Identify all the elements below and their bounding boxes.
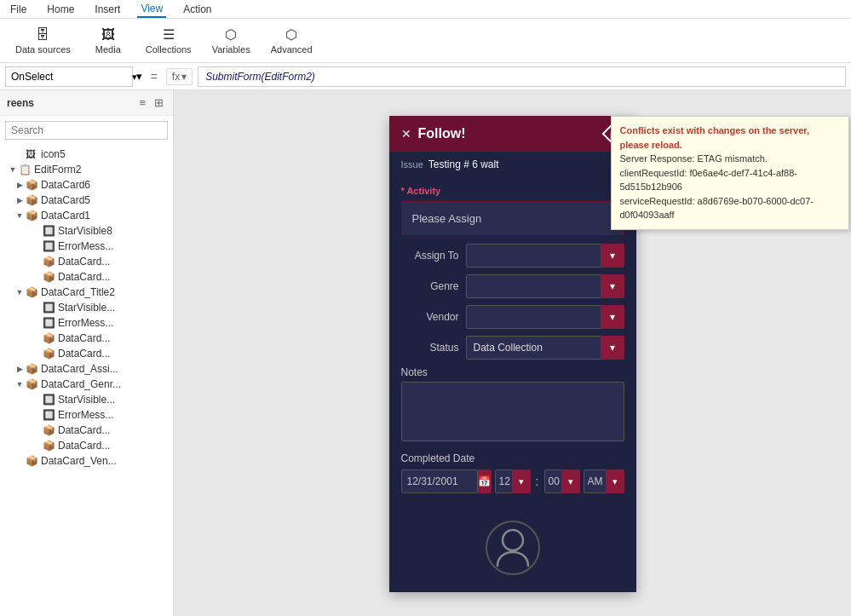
vendor-select[interactable] (466, 305, 624, 329)
control-icon: 🔲 (43, 317, 56, 329)
date-input[interactable] (401, 469, 478, 493)
genre-select-wrap: ▾ (466, 274, 624, 298)
tree-item-datacard-b[interactable]: 📦 DataCard... (0, 269, 173, 285)
tree-label: DataCard_Genr... (41, 378, 121, 390)
genre-select[interactable] (466, 274, 624, 298)
tree-item-starvisible8[interactable]: 🔲 StarVisible8 (0, 223, 173, 239)
list-view-icon[interactable]: ≡ (136, 95, 148, 110)
card-icon: 📦 (26, 455, 39, 467)
tree-label: DataCard_Title2 (41, 286, 115, 298)
tree-item-errormess-g[interactable]: 🔲 ErrorMess... (0, 407, 173, 423)
menu-insert[interactable]: Insert (91, 2, 124, 17)
tree-item-datacard-title2[interactable]: ▼ 📦 DataCard_Title2 (0, 285, 173, 300)
toolbar-variables[interactable]: ⬡ Variables (204, 22, 259, 60)
assign-to-select-wrap: ▾ (466, 244, 624, 268)
tree-item-datacard5[interactable]: ▶ 📦 DataCard5 (0, 193, 173, 208)
conflict-line2: Server Response: ETAG mismatch. (620, 152, 840, 166)
calendar-button[interactable]: 📅 (478, 469, 492, 493)
ampm-select[interactable]: AM PM (584, 469, 624, 493)
menu-home[interactable]: Home (43, 2, 78, 17)
tree-item-icon5[interactable]: 🖼 icon5 (0, 147, 173, 162)
notes-textarea[interactable] (401, 382, 624, 441)
tree-label: DataCard6 (41, 179, 90, 191)
search-input[interactable] (11, 124, 162, 136)
tree: 🖼 icon5 ▼ 📋 EditForm2 ▶ 📦 DataCard6 ▶ 📦 … (0, 145, 173, 616)
card-icon: 📦 (26, 378, 39, 390)
status-label: Status (401, 342, 459, 354)
card-icon: 📦 (43, 348, 56, 360)
sidebar-header: reens ≡ ⊞ (0, 90, 173, 116)
app-header: ✕ Follow! ◇ Conflicts exist with changes… (389, 116, 636, 152)
toolbar-media[interactable]: 🖼 Media (83, 22, 134, 60)
main-area: reens ≡ ⊞ 🖼 icon5 ▼ 📋 EditForm2 ▶ 📦 (0, 90, 851, 616)
please-assign-box[interactable]: Please Assign (401, 201, 624, 235)
menu-file[interactable]: File (7, 2, 30, 17)
tree-label: DataCard... (58, 440, 110, 452)
hour-select[interactable]: 12 (495, 469, 531, 493)
grid-view-icon[interactable]: ⊞ (152, 95, 166, 110)
tree-item-datacard-assi[interactable]: ▶ 📦 DataCard_Assi... (0, 361, 173, 377)
tree-item-datacard6[interactable]: ▶ 📦 DataCard6 (0, 177, 173, 193)
formula-bar: OnSelect ▾ = fx ▾ (0, 63, 851, 90)
tree-item-editform2[interactable]: ▼ 📋 EditForm2 (0, 162, 173, 177)
form-icon: 📋 (19, 164, 32, 176)
tree-item-errormess-t[interactable]: 🔲 ErrorMess... (0, 315, 173, 331)
tree-label: DataCard... (58, 256, 110, 268)
tree-item-datacard-g2[interactable]: 📦 DataCard... (0, 438, 173, 453)
tree-item-datacard-ven[interactable]: 📦 DataCard_Ven... (0, 453, 173, 469)
tree-label: DataCard... (58, 424, 110, 436)
avatar-area (389, 512, 636, 592)
menu-view[interactable]: View (137, 1, 166, 18)
tree-item-datacard-a[interactable]: 📦 DataCard... (0, 254, 173, 269)
menu-action[interactable]: Action (180, 2, 215, 17)
tree-label: ErrorMess... (58, 409, 113, 421)
vendor-select-wrap: ▾ (466, 305, 624, 329)
data-sources-label: Data sources (15, 44, 71, 55)
control-icon: 🔲 (43, 409, 56, 421)
sidebar-header-icons: ≡ ⊞ (136, 95, 166, 110)
tree-label: DataCard... (58, 332, 110, 344)
completed-date-label: Completed Date (401, 452, 624, 464)
toolbar-collections[interactable]: ☰ Collections (137, 22, 200, 60)
control-icon: 🔲 (43, 302, 56, 314)
tree-item-starvisible-t[interactable]: 🔲 StarVisible... (0, 300, 173, 315)
sidebar-title: reens (7, 97, 34, 109)
advanced-icon: ⬡ (285, 26, 297, 43)
app-header-left: ✕ Follow! (401, 126, 466, 141)
please-assign-text: Please Assign (412, 212, 482, 225)
canvas-area: ✕ Follow! ◇ Conflicts exist with changes… (174, 90, 851, 616)
issue-value: Testing # 6 walt (428, 158, 499, 170)
ampm-select-wrap: AM PM ▾ (584, 469, 624, 493)
minute-select[interactable]: 00 (544, 469, 580, 493)
tree-arrow-expand: ▼ (7, 165, 19, 174)
status-select[interactable]: Data Collection (466, 336, 624, 360)
control-icon: 🔲 (43, 240, 56, 252)
control-icon: 🔲 (43, 225, 56, 237)
tree-label: DataCard_Ven... (41, 455, 117, 467)
fx-chevron: ▾ (181, 71, 187, 83)
tree-item-datacard-genr[interactable]: ▼ 📦 DataCard_Genr... (0, 377, 173, 392)
tree-item-datacard-t2[interactable]: 📦 DataCard... (0, 346, 173, 361)
tree-item-starvisible-g[interactable]: 🔲 StarVisible... (0, 392, 173, 407)
equals-sign: = (147, 70, 161, 83)
toolbar-advanced[interactable]: ⬡ Advanced (262, 22, 321, 60)
tree-arrow: ▶ (14, 181, 26, 189)
genre-label: Genre (401, 280, 459, 292)
minute-select-wrap: 00 ▾ (544, 469, 580, 493)
tree-label: icon5 (41, 148, 66, 160)
fx-button[interactable]: fx ▾ (166, 68, 193, 85)
close-button[interactable]: ✕ (401, 127, 411, 141)
formula-select-arrow: ▾ (136, 70, 142, 83)
tree-item-datacard1[interactable]: ▼ 📦 DataCard1 (0, 208, 173, 223)
tree-item-datacard-g1[interactable]: 📦 DataCard... (0, 423, 173, 438)
toolbar-data-sources[interactable]: 🗄 Data sources (7, 22, 79, 60)
formula-property-select[interactable]: OnSelect (5, 66, 133, 87)
tree-item-datacard-t1[interactable]: 📦 DataCard... (0, 331, 173, 346)
assign-to-select[interactable] (466, 244, 624, 268)
variables-icon: ⬡ (225, 26, 237, 43)
formula-input[interactable] (198, 66, 846, 87)
image-icon: 🖼 (26, 148, 39, 160)
tree-arrow-expand: ▼ (14, 380, 26, 389)
tree-item-errormess1[interactable]: 🔲 ErrorMess... (0, 239, 173, 254)
formula-select-wrap: OnSelect ▾ (5, 66, 142, 87)
